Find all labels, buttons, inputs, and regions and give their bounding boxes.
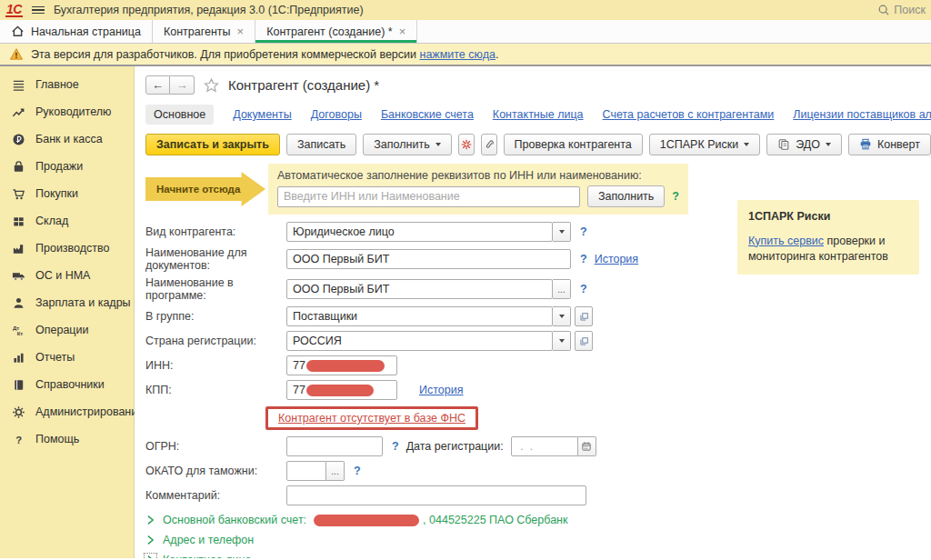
nav-dokumenty[interactable]: Документы	[233, 108, 291, 121]
app-window: 1С Бухгалтерия предприятия, редакция 3.0…	[0, 0, 931, 560]
nav-kontaktnye-lica[interactable]: Контактные лица	[493, 108, 584, 121]
sidebar-item-sklad[interactable]: Склад	[0, 207, 134, 235]
favorite-star-icon[interactable]	[203, 77, 220, 94]
kpp-input[interactable]: 77	[286, 380, 397, 400]
doc-name-history-link[interactable]: История	[595, 253, 638, 265]
chevron-right-icon	[145, 515, 155, 525]
fns-warning-box: Контрагент отсутствует в базе ФНС	[265, 406, 478, 430]
tab-kontragent-create[interactable]: Контрагент (создание) * ×	[255, 20, 417, 43]
country-open-button[interactable]	[575, 331, 593, 351]
section-contact-person[interactable]: Контактное лицо	[145, 554, 931, 558]
tab-home[interactable]: Начальная страница	[0, 20, 153, 43]
envelope-print-button[interactable]: Конверт	[848, 134, 931, 155]
start-here-hint: Начните отсюда	[145, 172, 265, 206]
reg-date-input[interactable]	[511, 436, 578, 456]
sidebar-item-proizvodstvo[interactable]: Производство	[0, 235, 134, 262]
fill-dropdown-button[interactable]: Заполнить	[363, 134, 451, 155]
field-label: Страна регистрации:	[145, 335, 286, 347]
back-button[interactable]: ←	[145, 75, 170, 95]
kind-help-icon[interactable]: ?	[580, 225, 587, 238]
close-icon[interactable]: ×	[237, 25, 245, 37]
country-dropdown-button[interactable]	[553, 331, 571, 351]
nav-scheta-raschetov[interactable]: Счета расчетов с контрагентами	[603, 108, 775, 121]
sidebar-item-glavnoe[interactable]: Главное	[0, 71, 134, 98]
reg-date-calendar-button[interactable]	[578, 436, 596, 456]
autofill-help-icon[interactable]: ?	[672, 190, 679, 203]
open-icon	[579, 312, 589, 322]
sidebar-item-prodazhi[interactable]: Продажи	[0, 153, 134, 180]
sidebar-item-pomosch[interactable]: ? Помощь	[0, 425, 134, 453]
save-button[interactable]: Записать	[286, 134, 356, 155]
cart-icon	[12, 187, 25, 201]
kpp-history-link[interactable]: История	[419, 384, 463, 396]
spark-promo-title: 1СПАРК Риски	[748, 209, 908, 225]
close-icon[interactable]: ×	[399, 25, 406, 37]
okato-more-button[interactable]: ...	[326, 461, 345, 481]
spark-risks-dropdown-button[interactable]: 1СПАРК Риски	[649, 134, 760, 155]
sidebar-item-os-nma[interactable]: ОС и НМА	[0, 262, 134, 289]
autofill-fill-button[interactable]: Заполнить	[587, 185, 665, 207]
factory-icon	[12, 242, 25, 255]
reg-date-label: Дата регистрации:	[406, 440, 504, 453]
comment-input[interactable]	[286, 485, 586, 505]
doc-name-help-icon[interactable]: ?	[580, 253, 587, 265]
sidebar-item-spravochniki[interactable]: Справочники	[0, 371, 134, 398]
sidebar-item-operacii[interactable]: ДтКт Операции	[0, 316, 134, 344]
inn-redaction	[306, 360, 385, 372]
nav-osnovnoe[interactable]: Основное	[145, 105, 214, 125]
sidebar-item-pokupki[interactable]: Покупки	[0, 180, 134, 207]
edo-documents-icon	[777, 138, 790, 151]
section-address-phone[interactable]: Адрес и телефон	[145, 534, 931, 546]
sidebar-item-zarplata-kadry[interactable]: Зарплата и кадры	[0, 289, 134, 316]
prog-name-input[interactable]: ООО Первый БИТ	[286, 279, 553, 299]
svg-text:Кт: Кт	[17, 330, 24, 336]
buy-version-link[interactable]: нажмите сюда	[419, 48, 495, 61]
group-open-button[interactable]	[575, 306, 593, 326]
main-menu-icon[interactable]	[32, 6, 45, 15]
tab-kontragenty[interactable]: Контрагенты ×	[153, 20, 255, 43]
sidebar-item-bank-kassa[interactable]: Банк и касса	[0, 125, 134, 153]
prog-name-more-button[interactable]: ...	[553, 279, 571, 299]
field-label: ИНН:	[145, 359, 286, 372]
sidebar-item-rukovoditelyu[interactable]: Руководителю	[0, 98, 134, 125]
fns-missing-link[interactable]: Контрагент отсутствует в базе ФНС	[278, 412, 466, 425]
ogrn-input[interactable]	[286, 436, 383, 456]
okato-input[interactable]	[286, 461, 326, 481]
group-select[interactable]: Поставщики	[286, 306, 553, 326]
inn-name-autofill-input[interactable]	[277, 186, 580, 207]
open-icon	[579, 336, 589, 346]
nav-licenzii[interactable]: Лицензии поставщиков алкогольной продукц…	[793, 108, 931, 121]
kind-select[interactable]: Юридическое лицо	[286, 222, 553, 242]
red-burst-icon	[460, 138, 473, 151]
group-dropdown-button[interactable]	[553, 306, 571, 326]
sidebar-item-otchety[interactable]: Отчеты	[0, 344, 134, 371]
save-and-close-button[interactable]: Записать и закрыть	[145, 134, 280, 155]
kind-dropdown-button[interactable]	[553, 222, 571, 242]
forward-button[interactable]: →	[170, 75, 195, 95]
book-icon	[12, 378, 25, 392]
buy-service-link[interactable]: Купить сервис	[748, 235, 824, 247]
ogrn-help-icon[interactable]: ?	[392, 440, 399, 453]
nav-bankovskie-scheta[interactable]: Банковские счета	[381, 108, 474, 121]
attachment-button[interactable]	[481, 134, 497, 155]
edo-dropdown-button[interactable]: ЭДО	[766, 134, 842, 155]
question-icon: ?	[12, 433, 25, 446]
collapsible-sections: Основной банковский счет: , 044525225 ПА…	[145, 514, 931, 558]
red-burst-button[interactable]	[458, 134, 475, 155]
doc-name-input[interactable]	[286, 249, 571, 269]
global-search[interactable]: Поиск	[877, 4, 926, 16]
sidebar-item-administrirovanie[interactable]: Администрирование	[0, 398, 134, 425]
field-label: Наименование в программе:	[145, 276, 286, 302]
paperclip-icon	[483, 138, 496, 151]
section-nav: Основное Документы Договоры Банковские с…	[145, 105, 931, 125]
inn-input[interactable]: 77	[286, 355, 397, 375]
check-counterparty-button[interactable]: Проверка контрагента	[504, 134, 643, 155]
spark-risks-promo: 1СПАРК Риски Купить сервис проверки и мо…	[737, 200, 919, 275]
prog-name-help-icon[interactable]: ?	[580, 283, 587, 295]
okato-help-icon[interactable]: ?	[354, 465, 361, 477]
nav-dogovory[interactable]: Договоры	[311, 108, 362, 121]
tab-label: Контрагент (создание) *	[266, 25, 393, 38]
section-bank-account[interactable]: Основной банковский счет: , 044525225 ПА…	[145, 514, 931, 526]
bar-chart-icon	[12, 351, 25, 365]
country-select[interactable]: РОССИЯ	[286, 331, 553, 351]
